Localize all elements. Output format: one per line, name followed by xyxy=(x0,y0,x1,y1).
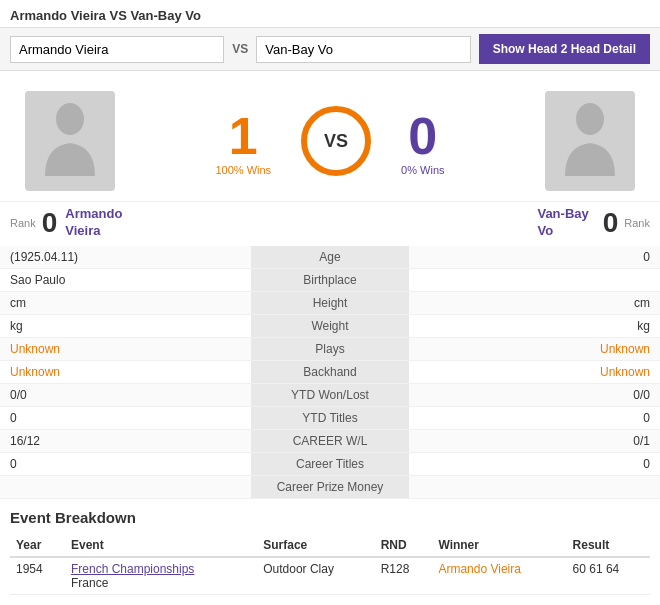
event-col-header: Year xyxy=(10,534,65,557)
player2-name-link[interactable]: Van-BayVo xyxy=(537,206,588,238)
event-surface: Outdoor Clay xyxy=(257,557,374,595)
player1-silhouette-icon xyxy=(40,101,100,181)
event-col-header: Winner xyxy=(432,534,566,557)
winner-link[interactable]: Armando Vieira xyxy=(438,562,521,576)
event-col-header: Result xyxy=(567,534,650,557)
stats-right-cell xyxy=(409,475,660,498)
vs-label: VS xyxy=(232,42,248,56)
player1-win-pct: 100% Wins xyxy=(215,164,271,176)
player1-input[interactable] xyxy=(10,36,224,63)
player1-avatar xyxy=(10,91,130,191)
stats-center-cell: CAREER W/L xyxy=(251,429,409,452)
page-title: Armando Vieira VS Van-Bay Vo xyxy=(0,0,660,28)
player2-avatar xyxy=(530,91,650,191)
player2-win-block: 0 0% Wins xyxy=(401,110,444,176)
player1-wins: 1 xyxy=(229,110,258,162)
event-col-header: Surface xyxy=(257,534,374,557)
wins-row: 1 100% Wins VS 0 0% Wins xyxy=(215,106,444,176)
h2h-button[interactable]: Show Head 2 Head Detail xyxy=(479,34,650,64)
event-row: 1954French ChampionshipsFranceOutdoor Cl… xyxy=(10,557,650,595)
stats-center-cell: Career Prize Money xyxy=(251,475,409,498)
event-rnd: R128 xyxy=(375,557,433,595)
stats-table: (1925.04.11)Age0Sao PauloBirthplacecmHei… xyxy=(0,246,660,499)
matchup-section: 1 100% Wins VS 0 0% Wins xyxy=(0,71,660,202)
player-select-bar: VS Show Head 2 Head Detail xyxy=(0,28,660,71)
event-col-header: Event xyxy=(65,534,257,557)
player2-rank-score: Rank 0 Van-BayVo xyxy=(537,206,650,240)
stats-right-cell: kg xyxy=(409,314,660,337)
stats-center-cell: YTD Won/Lost xyxy=(251,383,409,406)
stats-center-cell: Plays xyxy=(251,337,409,360)
stats-center-cell: YTD Titles xyxy=(251,406,409,429)
player2-silhouette-icon xyxy=(560,101,620,181)
stats-right-cell: 0/0 xyxy=(409,383,660,406)
event-breakdown-title: Event Breakdown xyxy=(10,509,650,526)
stats-right-cell: 0/1 xyxy=(409,429,660,452)
player2-avatar-img xyxy=(545,91,635,191)
stats-left-cell: 16/12 xyxy=(0,429,251,452)
stats-right-cell: 0 xyxy=(409,246,660,269)
stats-left-cell: 0 xyxy=(0,452,251,475)
player1-rank-label: Rank xyxy=(10,217,36,229)
svg-point-1 xyxy=(576,103,604,135)
event-name: French ChampionshipsFrance xyxy=(65,557,257,595)
player2-input[interactable] xyxy=(256,36,470,63)
stats-right-cell: cm xyxy=(409,291,660,314)
stats-right-cell xyxy=(409,268,660,291)
stats-center-cell: Backhand xyxy=(251,360,409,383)
event-table: YearEventSurfaceRNDWinnerResult 1954Fren… xyxy=(10,534,650,595)
player1-avatar-img xyxy=(25,91,115,191)
player1-win-block: 1 100% Wins xyxy=(215,110,271,176)
stats-right-cell: Unknown xyxy=(409,360,660,383)
stats-left-cell: Sao Paulo xyxy=(0,268,251,291)
stats-left-cell: Unknown xyxy=(0,337,251,360)
stats-right-cell: 0 xyxy=(409,406,660,429)
event-year: 1954 xyxy=(10,557,65,595)
stats-left-cell: 0 xyxy=(0,406,251,429)
stats-right-cell: Unknown xyxy=(409,337,660,360)
stats-left-cell xyxy=(0,475,251,498)
event-breakdown: Event Breakdown YearEventSurfaceRNDWinne… xyxy=(0,499,660,601)
event-country: France xyxy=(71,576,108,590)
player-info-row: Rank 0 ArmandoVieira Rank 0 Van-BayVo xyxy=(0,202,660,246)
event-name-link[interactable]: French Championships xyxy=(71,562,194,576)
stats-left-cell: kg xyxy=(0,314,251,337)
player1-name-link[interactable]: ArmandoVieira xyxy=(65,206,122,238)
stats-center-cell: Height xyxy=(251,291,409,314)
stats-center-cell: Career Titles xyxy=(251,452,409,475)
player2-wins: 0 xyxy=(408,110,437,162)
stats-center-cell: Birthplace xyxy=(251,268,409,291)
stats-left-cell: 0/0 xyxy=(0,383,251,406)
stats-center-cell: Weight xyxy=(251,314,409,337)
svg-point-0 xyxy=(56,103,84,135)
stats-right-cell: 0 xyxy=(409,452,660,475)
stats-center-cell: Age xyxy=(251,246,409,269)
stats-left-cell: (1925.04.11) xyxy=(0,246,251,269)
event-col-header: RND xyxy=(375,534,433,557)
stats-center: 1 100% Wins VS 0 0% Wins xyxy=(130,106,530,176)
player2-rank-label: Rank xyxy=(624,217,650,229)
player1-rank-score: Rank 0 xyxy=(10,207,57,239)
event-result: 60 61 64 xyxy=(567,557,650,595)
player2-rank-value: 0 xyxy=(603,207,619,239)
vs-circle: VS xyxy=(301,106,371,176)
event-winner: Armando Vieira xyxy=(432,557,566,595)
stats-left-cell: cm xyxy=(0,291,251,314)
player2-win-pct: 0% Wins xyxy=(401,164,444,176)
stats-left-cell: Unknown xyxy=(0,360,251,383)
player1-rank-value: 0 xyxy=(42,207,58,239)
